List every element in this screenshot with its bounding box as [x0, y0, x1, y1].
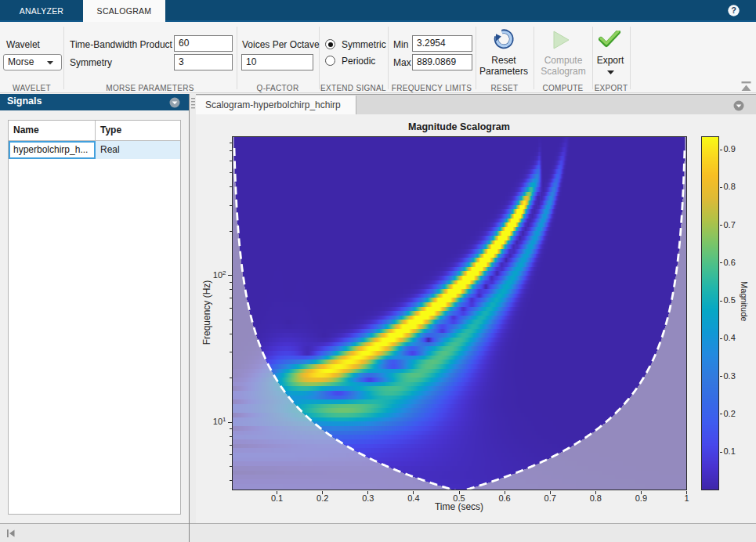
svg-text:?: ? [731, 5, 736, 15]
